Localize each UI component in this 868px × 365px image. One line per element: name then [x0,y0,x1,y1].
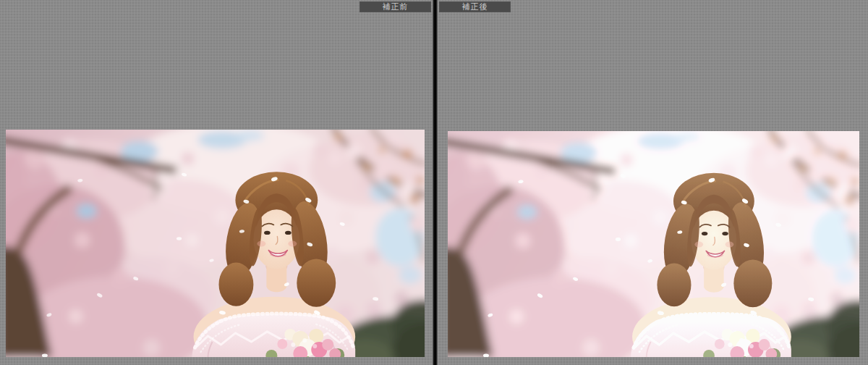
after-image[interactable] [448,131,859,357]
photo-scene-after [448,131,859,357]
compare-workspace: 補正前 補正後 [0,0,868,365]
before-image[interactable] [6,130,425,357]
before-tab[interactable]: 補正前 [359,1,431,12]
pane-splitter[interactable] [433,0,438,365]
photo-scene-before [6,130,425,357]
after-tab[interactable]: 補正後 [439,1,511,12]
